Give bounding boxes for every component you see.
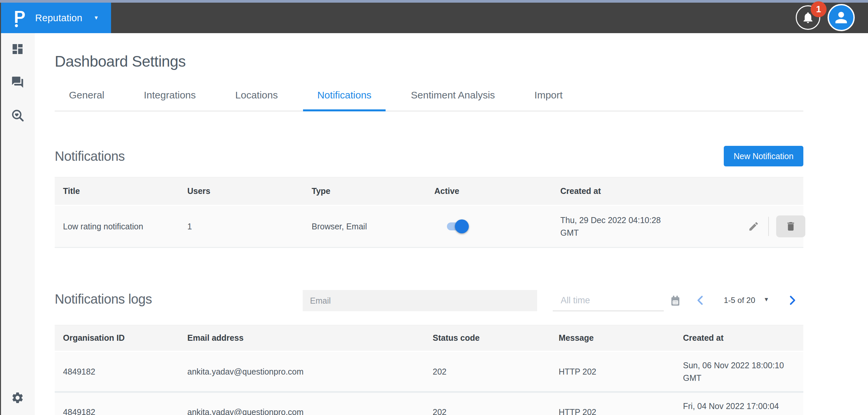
tab-integrations[interactable]: Integrations	[130, 79, 210, 111]
chevron-right-icon	[786, 295, 798, 306]
sidebar	[0, 33, 35, 415]
main-content: Dashboard Settings General Integrations …	[55, 33, 803, 415]
log-row: 4849182 ankita.yadav@questionpro.com 202…	[55, 391, 803, 415]
column-header-message: Message	[559, 333, 683, 343]
notification-title-cell: Low rating notification	[63, 222, 187, 231]
notifications-table: Title Users Type Active Created at Low r…	[55, 177, 803, 248]
sidebar-item-reviews[interactable]	[10, 108, 25, 123]
notifications-section-title: Notifications	[55, 149, 125, 164]
page-title: Dashboard Settings	[55, 52, 803, 71]
notification-badge: 1	[811, 1, 827, 17]
review-search-icon	[11, 109, 24, 122]
log-status-cell: 202	[433, 407, 559, 415]
notifications-table-header: Title Users Type Active Created at	[55, 177, 803, 205]
chevron-left-icon	[695, 295, 706, 306]
logs-controls: Notifications logs 1-5 of 20 ▼	[55, 290, 803, 312]
log-created-cell: Sun, 06 Nov 2022 18:00:10 GMT	[683, 359, 797, 384]
log-row: 4849182 ankita.yadav@questionpro.com 202…	[55, 351, 803, 391]
notification-active-cell	[434, 222, 560, 231]
column-header-active: Active	[434, 186, 560, 196]
column-header-users: Users	[187, 186, 312, 196]
conversations-icon	[11, 75, 24, 89]
dashboard-icon	[11, 42, 24, 56]
calendar-button[interactable]	[669, 294, 682, 308]
delete-button[interactable]	[776, 216, 805, 237]
notifications-section-head: Notifications New Notification	[55, 146, 803, 166]
logo-letter: P	[14, 7, 26, 27]
sidebar-item-settings[interactable]	[10, 390, 25, 405]
log-message-cell: HTTP 202	[559, 407, 683, 415]
log-created-cell: Fri, 04 Nov 2022 17:00:04 GMT	[683, 400, 797, 415]
pagination-range-dropdown[interactable]: 1-5 of 20	[724, 296, 755, 305]
sidebar-item-dashboard[interactable]	[10, 42, 25, 56]
top-bar: P Reputation ▼ 1	[0, 3, 868, 33]
log-status-cell: 202	[433, 367, 559, 377]
window-top-strip	[0, 0, 868, 3]
pencil-icon	[748, 221, 759, 232]
logo-dot	[15, 24, 18, 27]
trash-icon	[785, 221, 796, 232]
next-page-button[interactable]	[785, 294, 799, 307]
log-email-cell: ankita.yadav@questionpro.com	[187, 367, 433, 377]
log-message-cell: HTTP 202	[559, 367, 683, 377]
logs-section-title: Notifications logs	[55, 292, 152, 307]
avatar-button[interactable]	[828, 4, 855, 31]
prev-page-button[interactable]	[694, 294, 707, 307]
column-header-org-id: Organisation ID	[63, 333, 187, 343]
date-range-input[interactable]	[553, 290, 664, 311]
sidebar-item-conversations[interactable]	[10, 75, 25, 90]
column-header-email: Email address	[187, 333, 433, 343]
actions-divider	[768, 217, 769, 236]
gear-icon	[11, 391, 24, 405]
edit-button[interactable]	[746, 219, 761, 234]
tab-locations[interactable]: Locations	[221, 79, 292, 111]
toggle-knob	[455, 219, 469, 233]
column-header-title: Title	[63, 186, 187, 196]
tab-general[interactable]: General	[55, 79, 119, 111]
tab-notifications[interactable]: Notifications	[303, 79, 385, 111]
notification-type-cell: Browser, Email	[312, 222, 434, 231]
active-toggle[interactable]	[447, 222, 466, 231]
notification-users-cell: 1	[187, 222, 312, 231]
logs-table-header: Organisation ID Email address Status cod…	[55, 325, 803, 351]
column-header-type: Type	[312, 186, 434, 196]
tab-bar: General Integrations Locations Notificat…	[55, 79, 803, 111]
notification-created-cell: Thu, 29 Dec 2022 04:10:28 GMT	[560, 214, 675, 239]
app-window: P Reputation ▼ 1	[0, 0, 868, 415]
log-email-cell: ankita.yadav@questionpro.com	[187, 407, 433, 415]
calendar-icon	[670, 294, 681, 307]
product-switcher[interactable]: P Reputation ▼	[0, 3, 111, 33]
notification-row: Low rating notification 1 Browser, Email…	[55, 205, 803, 248]
log-org-id-cell: 4849182	[63, 407, 187, 415]
person-icon	[833, 9, 850, 26]
tab-sentiment-analysis[interactable]: Sentiment Analysis	[397, 79, 509, 111]
tab-import[interactable]: Import	[520, 79, 577, 111]
email-filter-input[interactable]	[303, 290, 537, 311]
log-org-id-cell: 4849182	[63, 367, 187, 377]
window-left-edge	[0, 3, 1, 415]
product-name: Reputation	[35, 12, 82, 24]
column-header-created-at: Created at	[560, 186, 738, 196]
logs-table: Organisation ID Email address Status cod…	[55, 325, 803, 415]
column-header-log-created: Created at	[683, 333, 803, 343]
new-notification-button[interactable]: New Notification	[724, 146, 803, 166]
chevron-down-icon: ▼	[93, 15, 99, 21]
questionpro-logo-icon: P	[14, 9, 27, 27]
caret-down-icon[interactable]: ▼	[764, 296, 769, 303]
column-header-status: Status code	[433, 333, 559, 343]
notification-actions-cell	[738, 216, 805, 237]
